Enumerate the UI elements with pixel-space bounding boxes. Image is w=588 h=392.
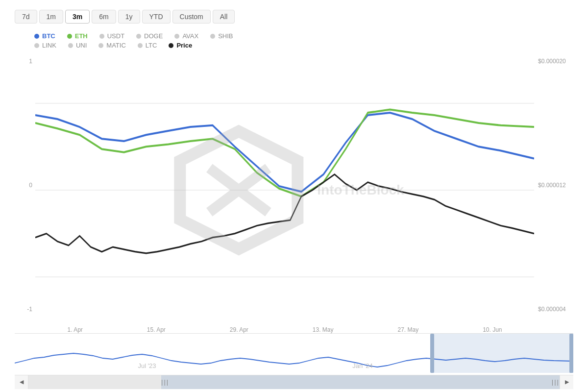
y-label-top: 1 bbox=[15, 58, 32, 65]
svg-rect-7 bbox=[431, 334, 573, 373]
main-chart-wrapper: 1 0 -1 IntoTheBlock bbox=[15, 56, 573, 333]
x-label-3: 29. Apr bbox=[230, 326, 248, 333]
legend-item-btc[interactable]: BTC bbox=[34, 32, 55, 40]
legend-label-eth: ETH bbox=[75, 32, 88, 40]
y-right-bot: $0.000004 bbox=[538, 306, 573, 313]
nav-left-button[interactable]: ◀ bbox=[15, 375, 28, 389]
navigator-svg: Jul '23 Jan '24 bbox=[15, 334, 573, 373]
legend-label-shib: SHIB bbox=[218, 32, 233, 40]
svg-rect-9 bbox=[569, 334, 573, 373]
legend-dot-doge bbox=[136, 34, 141, 39]
legend-dot-link bbox=[34, 43, 39, 48]
time-btn-all[interactable]: All bbox=[213, 10, 235, 24]
nav-slider[interactable]: ||| ||| bbox=[28, 375, 560, 389]
chart-area: 1 0 -1 IntoTheBlock bbox=[15, 56, 573, 324]
x-label-1: 1. Apr bbox=[67, 326, 82, 333]
legend-label-link: LINK bbox=[42, 42, 56, 49]
legend-item-uni[interactable]: UNI bbox=[68, 42, 87, 49]
legend-label-matic: MATIC bbox=[106, 42, 125, 49]
time-btn-1m[interactable]: 1m bbox=[39, 10, 63, 24]
nav-slider-handle[interactable]: ||| ||| bbox=[161, 375, 560, 389]
btc-line bbox=[35, 113, 534, 192]
time-range-bar: 7d1m3m6m1yYTDCustomAll bbox=[15, 10, 573, 24]
y-label-bot: -1 bbox=[15, 306, 32, 313]
legend-label-price: Price bbox=[176, 42, 192, 49]
legend-label-avax: AVAX bbox=[182, 32, 198, 40]
legend-item-avax[interactable]: AVAX bbox=[174, 32, 198, 40]
time-btn-7d[interactable]: 7d bbox=[15, 10, 37, 24]
chart-legend: BTCETHUSDTDOGEAVAXSHIBLINKUNIMATICLTCPri… bbox=[15, 32, 573, 49]
legend-dot-uni bbox=[68, 43, 73, 48]
y-axis-right: $0.000020 $0.000012 $0.000004 bbox=[534, 56, 573, 324]
x-label-6: 10. Jun bbox=[483, 326, 502, 333]
price-line bbox=[35, 174, 534, 253]
legend-item-ltc[interactable]: LTC bbox=[138, 42, 157, 49]
time-btn-3m[interactable]: 3m bbox=[65, 10, 90, 24]
legend-dot-eth bbox=[67, 34, 72, 39]
y-right-mid: $0.000012 bbox=[538, 182, 573, 189]
time-btn-custom[interactable]: Custom bbox=[172, 10, 211, 24]
legend-dot-avax bbox=[174, 34, 179, 39]
legend-label-btc: BTC bbox=[42, 32, 55, 40]
legend-dot-usdt bbox=[99, 34, 104, 39]
navigator-controls: ◀ ||| ||| ▶ bbox=[15, 375, 573, 389]
time-btn-6m[interactable]: 6m bbox=[92, 10, 116, 24]
svg-rect-8 bbox=[430, 334, 434, 373]
legend-item-usdt[interactable]: USDT bbox=[99, 32, 124, 40]
legend-dot-matic bbox=[98, 43, 103, 48]
x-label-4: 13. May bbox=[313, 326, 334, 333]
legend-label-doge: DOGE bbox=[144, 32, 163, 40]
legend-item-link[interactable]: LINK bbox=[34, 42, 56, 49]
nav-right-button[interactable]: ▶ bbox=[560, 375, 573, 389]
nav-grip-right: ||| bbox=[552, 378, 560, 386]
eth-line bbox=[35, 110, 534, 196]
x-label-5: 27. May bbox=[397, 326, 418, 333]
legend-dot-shib bbox=[210, 34, 215, 39]
nav-grip-left: ||| bbox=[161, 378, 169, 386]
time-btn-ytd[interactable]: YTD bbox=[142, 10, 171, 24]
legend-item-matic[interactable]: MATIC bbox=[98, 42, 125, 49]
x-label-2: 15. Apr bbox=[147, 326, 166, 333]
legend-item-doge[interactable]: DOGE bbox=[136, 32, 163, 40]
y-label-mid: 0 bbox=[15, 182, 32, 189]
x-axis: 1. Apr 15. Apr 29. Apr 13. May 27. May 1… bbox=[15, 324, 573, 333]
navigator: Jul '23 Jan '24 ◀ ||| ||| ▶ bbox=[15, 333, 573, 387]
legend-label-uni: UNI bbox=[76, 42, 87, 49]
chart-lines bbox=[35, 56, 534, 324]
legend-label-ltc: LTC bbox=[146, 42, 157, 49]
legend-dot-price bbox=[169, 43, 173, 48]
svg-text:Jul '23: Jul '23 bbox=[138, 362, 156, 369]
app-container: 7d1m3m6m1yYTDCustomAll BTCETHUSDTDOGEAVA… bbox=[0, 0, 588, 392]
legend-dot-ltc bbox=[138, 43, 143, 48]
legend-item-price[interactable]: Price bbox=[169, 42, 192, 49]
legend-label-usdt: USDT bbox=[107, 32, 124, 40]
chart-svg: IntoTheBlock bbox=[35, 56, 534, 324]
svg-text:Jan '24: Jan '24 bbox=[352, 362, 373, 369]
legend-item-shib[interactable]: SHIB bbox=[210, 32, 233, 40]
legend-item-eth[interactable]: ETH bbox=[67, 32, 88, 40]
y-axis-left: 1 0 -1 bbox=[15, 56, 35, 324]
y-right-top: $0.000020 bbox=[538, 58, 573, 65]
time-btn-1y[interactable]: 1y bbox=[118, 10, 140, 24]
legend-dot-btc bbox=[34, 34, 39, 39]
